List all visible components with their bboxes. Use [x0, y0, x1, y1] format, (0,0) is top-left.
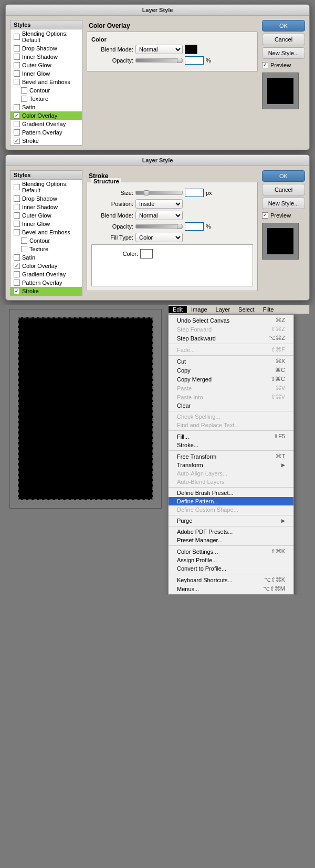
- menubar-edit[interactable]: Edit: [169, 306, 187, 313]
- menu-purge[interactable]: Purge ▶: [169, 516, 293, 525]
- style-item-drop-shadow[interactable]: Drop Shadow: [10, 44, 82, 53]
- style2-item-inner-glow[interactable]: Inner Glow: [10, 220, 82, 228]
- checkbox2-blending[interactable]: [14, 184, 20, 190]
- menu-copy-merged[interactable]: Copy Merged ⇧⌘C: [169, 375, 293, 384]
- color-swatch-1[interactable]: [185, 45, 197, 54]
- checkbox-bevel[interactable]: [14, 79, 20, 85]
- opacity-thumb-1[interactable]: [177, 58, 182, 63]
- fill-type-select[interactable]: Color: [135, 233, 183, 242]
- menu-color-settings[interactable]: Color Settings... ⇧⌘K: [169, 547, 293, 556]
- menu-keyboard-shortcuts[interactable]: Keyboard Shortcuts... ⌥⇧⌘K: [169, 575, 293, 584]
- checkbox2-contour[interactable]: [21, 237, 27, 244]
- style2-item-texture[interactable]: Texture: [10, 245, 82, 253]
- style-item-stroke[interactable]: Stroke: [10, 137, 82, 145]
- checkbox2-outer-glow[interactable]: [14, 212, 20, 219]
- checkbox2-satin[interactable]: [14, 254, 20, 261]
- cancel-button-2[interactable]: Cancel: [262, 184, 305, 195]
- menu-define-brush[interactable]: Define Brush Preset...: [169, 489, 293, 497]
- menu-stroke[interactable]: Stroke...: [169, 441, 293, 449]
- position-select[interactable]: Inside: [135, 199, 183, 209]
- style-item-satin[interactable]: Satin: [10, 103, 82, 111]
- style-item-pattern-overlay[interactable]: Pattern Overlay: [10, 128, 82, 137]
- style-item-blending[interactable]: Blending Options: Default: [10, 29, 82, 44]
- menubar-image[interactable]: Image: [187, 306, 212, 313]
- menu-convert-profile[interactable]: Convert to Profile...: [169, 564, 293, 573]
- style2-item-satin[interactable]: Satin: [10, 253, 82, 262]
- menu-menus[interactable]: Menus... ⌥⇧⌘M: [169, 584, 293, 593]
- menu-copy[interactable]: Copy ⌘C: [169, 366, 293, 375]
- style-item-inner-glow[interactable]: Inner Glow: [10, 69, 82, 78]
- size-track[interactable]: [135, 191, 183, 195]
- opacity-track-2[interactable]: [135, 224, 183, 229]
- opacity-input-1[interactable]: 100: [185, 56, 204, 65]
- style-item-gradient-overlay[interactable]: Gradient Overlay: [10, 120, 82, 128]
- style-item-texture[interactable]: Texture: [10, 95, 82, 103]
- checkbox2-color-overlay[interactable]: [14, 263, 20, 269]
- checkbox2-bevel[interactable]: [14, 229, 20, 235]
- menu-preset-manager[interactable]: Preset Manager...: [169, 536, 293, 544]
- size-slider[interactable]: 2 px: [135, 189, 212, 197]
- menu-define-pattern[interactable]: Define Pattern...: [169, 497, 293, 505]
- style2-item-bevel[interactable]: Bevel and Emboss: [10, 228, 82, 236]
- style-item-bevel[interactable]: Bevel and Emboss: [10, 78, 82, 86]
- style-item-inner-shadow[interactable]: Inner Shadow: [10, 53, 82, 61]
- menu-transform[interactable]: Transform ▶: [169, 461, 293, 469]
- checkbox-color-overlay[interactable]: [14, 112, 20, 119]
- style2-item-stroke[interactable]: Stroke: [10, 287, 82, 295]
- style2-item-outer-glow[interactable]: Outer Glow: [10, 211, 82, 220]
- size-input[interactable]: 2: [185, 189, 204, 197]
- menubar-filter[interactable]: Filte: [259, 306, 278, 313]
- menu-step-backward[interactable]: Step Backward ⌥⌘Z: [169, 334, 293, 343]
- checkbox-satin[interactable]: [14, 104, 20, 110]
- new-style-button-1[interactable]: New Style...: [262, 47, 305, 59]
- style2-item-pattern-overlay[interactable]: Pattern Overlay: [10, 278, 82, 287]
- style2-item-gradient-overlay[interactable]: Gradient Overlay: [10, 270, 82, 278]
- menubar-select[interactable]: Select: [234, 306, 259, 313]
- style2-item-blending[interactable]: Blending Options: Default: [10, 180, 82, 194]
- preview-checkbox-1[interactable]: [262, 62, 268, 68]
- opacity-input-2[interactable]: 100: [185, 222, 204, 231]
- cancel-button-1[interactable]: Cancel: [262, 34, 305, 45]
- checkbox-pattern-overlay[interactable]: [14, 129, 20, 136]
- ok-button-1[interactable]: OK: [262, 20, 305, 32]
- opacity-slider-1[interactable]: 100 %: [135, 56, 211, 65]
- style2-item-color-overlay[interactable]: Color Overlay: [10, 262, 82, 270]
- opacity-thumb-2[interactable]: [177, 224, 182, 229]
- opacity-slider-2[interactable]: 100 %: [135, 222, 211, 231]
- checkbox-inner-shadow[interactable]: [14, 54, 20, 60]
- checkbox-outer-glow[interactable]: [14, 62, 20, 68]
- checkbox2-inner-glow[interactable]: [14, 221, 20, 227]
- style-item-outer-glow[interactable]: Outer Glow: [10, 61, 82, 69]
- checkbox2-pattern-overlay[interactable]: [14, 280, 20, 286]
- menu-pdf-presets[interactable]: Adobe PDF Presets...: [169, 528, 293, 536]
- checkbox-blending[interactable]: [14, 34, 20, 40]
- checkbox2-texture[interactable]: [21, 246, 27, 252]
- menu-assign-profile[interactable]: Assign Profile...: [169, 556, 293, 564]
- checkbox-stroke[interactable]: [14, 138, 20, 144]
- checkbox2-stroke[interactable]: [14, 288, 20, 294]
- style2-item-contour[interactable]: Contour: [10, 236, 82, 245]
- checkbox2-gradient-overlay[interactable]: [14, 271, 20, 277]
- blend-mode-select-1[interactable]: Normal: [135, 45, 183, 54]
- new-style-button-2[interactable]: New Style...: [262, 198, 305, 209]
- style2-item-inner-shadow[interactable]: Inner Shadow: [10, 203, 82, 211]
- checkbox-gradient-overlay[interactable]: [14, 121, 20, 127]
- checkbox-contour[interactable]: [21, 87, 27, 94]
- menubar-layer[interactable]: Layer: [212, 306, 235, 313]
- menu-clear[interactable]: Clear: [169, 401, 293, 410]
- checkbox-texture[interactable]: [21, 96, 27, 102]
- style-item-color-overlay[interactable]: Color Overlay: [10, 111, 82, 120]
- ok-button-2[interactable]: OK: [262, 170, 305, 182]
- menu-undo[interactable]: Undo Select Canvas ⌘Z: [169, 316, 293, 325]
- style-item-contour[interactable]: Contour: [10, 86, 82, 95]
- menu-cut[interactable]: Cut ⌘X: [169, 357, 293, 366]
- opacity-track-1[interactable]: [135, 58, 183, 63]
- checkbox2-drop-shadow[interactable]: [14, 195, 20, 202]
- size-thumb[interactable]: [144, 190, 149, 195]
- preview-checkbox-2[interactable]: [262, 212, 268, 219]
- checkbox-inner-glow[interactable]: [14, 70, 20, 77]
- checkbox-drop-shadow[interactable]: [14, 45, 20, 51]
- menu-free-transform[interactable]: Free Transform ⌘T: [169, 452, 293, 461]
- menu-fill[interactable]: Fill... ⇧F5: [169, 432, 293, 441]
- color-swatch-2[interactable]: [140, 249, 153, 259]
